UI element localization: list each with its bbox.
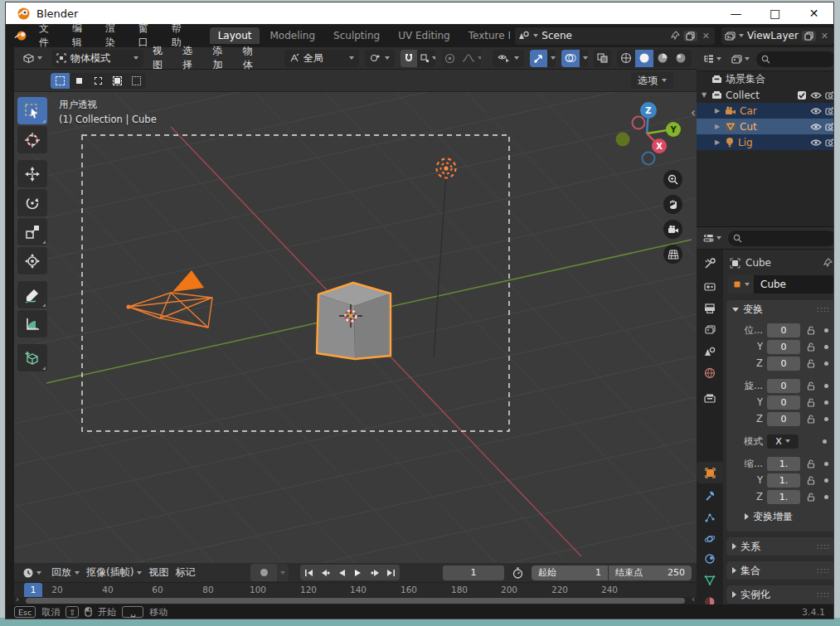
menu-object[interactable]: 物体 (240, 44, 264, 72)
outliner-row-camera[interactable]: ▶ Car (697, 103, 834, 119)
transform-panel-header[interactable]: 变换 :::: (726, 300, 834, 318)
menu-select[interactable]: 选择 (179, 44, 203, 72)
hide-eye-icon[interactable] (810, 107, 822, 115)
properties-tab-world[interactable] (697, 362, 723, 384)
shading-material-button[interactable] (653, 50, 672, 67)
properties-tab-physics[interactable] (697, 528, 723, 550)
collection-expand-arrow[interactable]: ▼ (700, 91, 708, 99)
tool-select-box[interactable] (17, 97, 47, 124)
lock-icon[interactable] (804, 342, 818, 352)
pan-button[interactable] (663, 195, 682, 214)
animate-dot[interactable] (824, 478, 828, 483)
animate-dot[interactable] (824, 417, 828, 421)
select-mode-intersect[interactable] (127, 73, 146, 89)
properties-search-input[interactable] (728, 231, 834, 246)
properties-tab-object[interactable] (697, 462, 723, 483)
hide-eye-icon[interactable] (810, 138, 822, 147)
mode-dropdown[interactable]: 物体模式 (51, 50, 143, 67)
properties-tab-collection[interactable] (697, 387, 723, 409)
scene-name[interactable]: Scene (541, 30, 666, 41)
object-name-field[interactable]: Cube (754, 275, 834, 294)
blender-menu-icon[interactable] (14, 30, 27, 41)
scene-icon[interactable] (518, 31, 530, 41)
shading-settings-dropdown[interactable] (690, 50, 692, 67)
new-viewlayer-button[interactable] (802, 31, 816, 41)
viewlayer-browse-chevron[interactable] (739, 34, 744, 37)
lock-icon[interactable] (804, 415, 818, 424)
transform-orientation-dropdown[interactable]: 全局 (284, 50, 359, 67)
properties-tab-object-data[interactable] (697, 570, 723, 591)
panel-drag-handle[interactable]: :::: (817, 305, 830, 313)
overlays-settings-dropdown[interactable] (580, 50, 588, 67)
unlink-scene-icon[interactable]: ✕ (701, 31, 711, 41)
properties-tab-modifiers[interactable] (697, 485, 723, 507)
workspace-tab-sculpting[interactable]: Sculpting (325, 27, 388, 44)
lock-icon[interactable] (804, 476, 818, 485)
properties-tab-scene[interactable] (697, 341, 723, 362)
viewport-3d[interactable]: 用户透视 (1) Collection | Cube (14, 92, 697, 563)
close-button[interactable]: ✕ (794, 2, 833, 24)
lock-icon[interactable] (804, 398, 818, 407)
lock-icon[interactable] (804, 459, 818, 468)
auto-keyframe-button[interactable] (250, 564, 277, 581)
editor-type-3dview-button[interactable] (19, 50, 46, 67)
animate-dot[interactable] (824, 495, 828, 499)
scene-browse-chevron[interactable] (533, 34, 538, 37)
overlays-toggle[interactable] (561, 50, 580, 67)
select-mode-invert[interactable] (108, 73, 127, 89)
pin-icon[interactable] (670, 31, 680, 41)
remove-viewlayer-icon[interactable]: ✕ (819, 31, 830, 41)
animate-dot[interactable] (823, 439, 827, 444)
workspace-tab-uv-editing[interactable]: UV Editing (390, 27, 459, 44)
lock-icon[interactable] (804, 326, 818, 335)
next-keyframe-button[interactable] (367, 565, 383, 580)
tool-annotate[interactable] (17, 281, 47, 308)
animate-dot[interactable] (824, 328, 828, 332)
object-id-dropdown[interactable] (728, 275, 754, 294)
jump-to-start-button[interactable] (300, 565, 317, 580)
options-dropdown[interactable]: 选项 (631, 72, 673, 89)
proportional-editing-toggle[interactable] (441, 50, 459, 67)
properties-tab-render[interactable] (697, 276, 723, 298)
location-z-field[interactable]: 0 (767, 357, 800, 371)
outliner-row-cube[interactable]: ▶ Cut (697, 119, 834, 134)
outliner-row-scene-collection[interactable]: 场景集合 (697, 71, 834, 87)
select-mode-new[interactable] (51, 73, 70, 89)
rotation-z-field[interactable]: 0 (767, 412, 800, 426)
snap-settings-dropdown[interactable] (417, 50, 435, 67)
jump-to-end-button[interactable] (383, 565, 400, 580)
location-x-field[interactable]: 0 (767, 323, 800, 337)
stopwatch-icon[interactable] (512, 567, 523, 579)
outliner-row-light[interactable]: ▶ Lig (697, 134, 834, 150)
properties-tab-material[interactable] (697, 591, 723, 604)
orthographic-toggle-button[interactable] (663, 245, 682, 264)
hide-eye-icon[interactable] (810, 91, 822, 99)
lock-icon[interactable] (804, 381, 818, 391)
viewlayer-name[interactable]: ViewLayer (747, 30, 799, 41)
properties-tab-constraints[interactable] (697, 548, 723, 570)
gizmo-toggle[interactable] (530, 50, 547, 67)
minimize-button[interactable]: — (716, 2, 755, 24)
light-expand-arrow[interactable]: ▶ (713, 138, 721, 146)
animate-dot[interactable] (824, 384, 828, 388)
menu-render[interactable]: 渲染 (97, 22, 130, 50)
tool-transform[interactable] (17, 247, 47, 274)
shading-solid-button[interactable] (635, 50, 653, 67)
gizmo-settings-dropdown[interactable] (547, 50, 556, 67)
instancing-panel[interactable]: 实例化 :::: (726, 585, 834, 604)
tool-cursor[interactable] (17, 126, 47, 153)
view-menu[interactable]: 视图 (148, 565, 168, 580)
maximize-button[interactable]: □ (755, 2, 794, 24)
delta-transform-subpanel[interactable]: 变换增量 (726, 508, 834, 525)
properties-tab-particles[interactable] (697, 507, 723, 528)
relations-panel[interactable]: 关系 :::: (726, 537, 834, 556)
properties-tab-view-layer[interactable] (697, 319, 723, 341)
properties-tab-output[interactable] (697, 298, 723, 319)
playback-menu[interactable]: 回放 (51, 565, 80, 580)
scale-y-field[interactable]: 1. (767, 473, 800, 488)
tool-rotate[interactable] (17, 189, 47, 216)
snap-toggle[interactable] (401, 50, 417, 67)
keying-menu[interactable]: 抠像(插帧) (86, 565, 142, 580)
render-visibility-icon[interactable] (825, 123, 834, 131)
zoom-button[interactable] (663, 170, 682, 189)
